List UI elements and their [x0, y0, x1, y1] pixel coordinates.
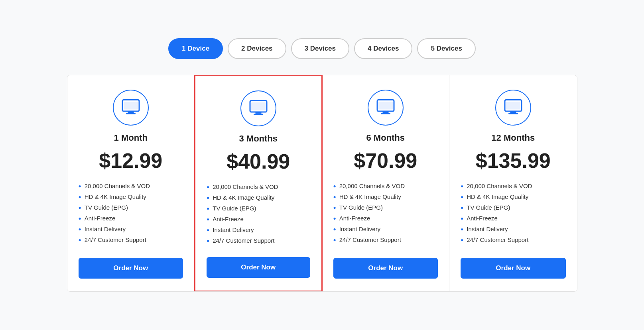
- feature-item: 20,000 Channels & VOD: [79, 181, 183, 191]
- device-btn-5-devices[interactable]: 5 Devices: [417, 38, 475, 59]
- plan-name-3-months: 3 Months: [239, 134, 278, 144]
- device-btn-4-devices[interactable]: 4 Devices: [354, 38, 412, 59]
- device-btn-1-device[interactable]: 1 Device: [168, 38, 223, 59]
- features-list-3-months: 20,000 Channels & VODHD & 4K Image Quali…: [207, 181, 310, 246]
- plan-price-1-month: $12.99: [99, 150, 162, 171]
- feature-item: Instant Delivery: [79, 224, 183, 234]
- feature-item: HD & 4K Image Quality: [207, 192, 310, 203]
- feature-item: TV Guide (EPG): [79, 202, 183, 213]
- svg-rect-10: [381, 113, 390, 114]
- svg-rect-9: [382, 111, 388, 113]
- monitor-icon-3-months: [240, 90, 276, 126]
- features-list-6-months: 20,000 Channels & VODHD & 4K Image Quali…: [333, 181, 438, 245]
- features-list-1-month: 20,000 Channels & VODHD & 4K Image Quali…: [79, 181, 183, 245]
- monitor-icon-6-months: [368, 90, 404, 126]
- feature-item: 24/7 Customer Support: [207, 235, 310, 246]
- svg-rect-14: [508, 113, 518, 114]
- feature-item: HD & 4K Image Quality: [333, 191, 438, 202]
- plan-price-12-months: $135.99: [476, 150, 551, 171]
- order-btn-12-months[interactable]: Order Now: [461, 258, 566, 279]
- feature-item: Instant Delivery: [207, 224, 310, 235]
- order-btn-1-month[interactable]: Order Now: [79, 258, 183, 279]
- plan-price-3-months: $40.99: [226, 151, 290, 172]
- svg-rect-1: [128, 111, 134, 113]
- device-btn-3-devices[interactable]: 3 Devices: [291, 38, 349, 59]
- plan-name-12-months: 12 Months: [491, 133, 535, 143]
- svg-rect-3: [124, 102, 138, 110]
- svg-rect-15: [506, 102, 520, 110]
- feature-item: TV Guide (EPG): [461, 202, 566, 213]
- plan-card-1-month: 1 Month$12.9920,000 Channels & VODHD & 4…: [67, 75, 195, 291]
- plan-name-1-month: 1 Month: [114, 133, 148, 143]
- svg-rect-5: [255, 112, 261, 114]
- monitor-icon-12-months: [495, 90, 531, 126]
- plan-card-12-months: 12 Months$135.9920,000 Channels & VODHD …: [449, 75, 577, 291]
- feature-item: TV Guide (EPG): [207, 203, 310, 214]
- feature-item: HD & 4K Image Quality: [461, 191, 566, 202]
- feature-item: 20,000 Channels & VOD: [333, 181, 438, 191]
- plan-name-6-months: 6 Months: [366, 133, 405, 143]
- feature-item: Anti-Freeze: [461, 213, 566, 224]
- feature-item: 24/7 Customer Support: [461, 234, 566, 245]
- feature-item: Anti-Freeze: [333, 213, 438, 224]
- feature-item: Instant Delivery: [333, 224, 438, 234]
- plan-card-6-months: 6 Months$70.9920,000 Channels & VODHD & …: [322, 75, 450, 291]
- svg-rect-6: [254, 114, 263, 115]
- plan-card-3-months: 3 Months$40.9920,000 Channels & VODHD & …: [194, 75, 323, 292]
- plan-price-6-months: $70.99: [354, 150, 417, 171]
- device-btn-2-devices[interactable]: 2 Devices: [228, 38, 286, 59]
- feature-item: Instant Delivery: [461, 224, 566, 234]
- svg-rect-11: [378, 102, 393, 110]
- svg-rect-7: [251, 102, 266, 110]
- feature-item: 20,000 Channels & VOD: [461, 181, 566, 191]
- feature-item: 24/7 Customer Support: [79, 234, 183, 245]
- order-btn-6-months[interactable]: Order Now: [333, 258, 438, 279]
- monitor-icon-1-month: [113, 90, 149, 126]
- feature-item: Anti-Freeze: [79, 213, 183, 224]
- feature-item: TV Guide (EPG): [333, 202, 438, 213]
- svg-rect-2: [126, 113, 136, 114]
- feature-item: 24/7 Customer Support: [333, 234, 438, 245]
- feature-item: HD & 4K Image Quality: [79, 191, 183, 202]
- device-selector: 1 Device2 Devices3 Devices4 Devices5 Dev…: [168, 38, 476, 59]
- features-list-12-months: 20,000 Channels & VODHD & 4K Image Quali…: [461, 181, 566, 245]
- svg-rect-13: [510, 111, 516, 113]
- feature-item: Anti-Freeze: [207, 214, 310, 224]
- feature-item: 20,000 Channels & VOD: [207, 181, 310, 192]
- order-btn-3-months[interactable]: Order Now: [207, 257, 310, 278]
- plans-grid: 1 Month$12.9920,000 Channels & VODHD & 4…: [67, 75, 577, 292]
